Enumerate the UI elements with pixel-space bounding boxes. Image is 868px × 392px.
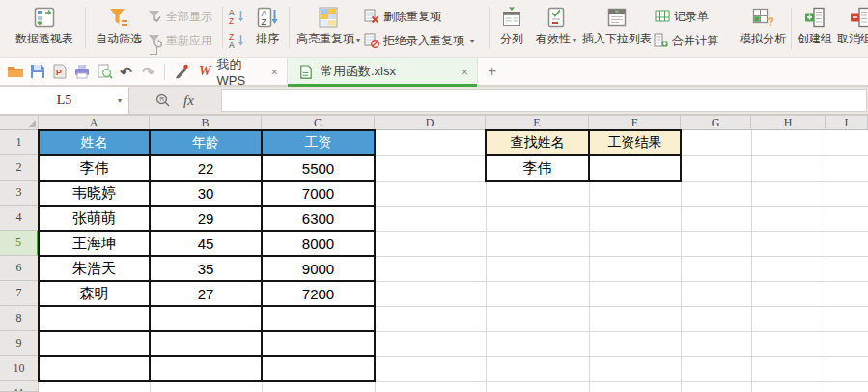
fx-icon[interactable]: fx (183, 93, 194, 109)
text-to-columns-button[interactable]: 分列 (492, 3, 531, 55)
close-tab-icon[interactable]: × (461, 65, 468, 79)
sort-descending-button[interactable]: ZA (228, 30, 245, 51)
pivot-table-button[interactable]: 数据透视表 (6, 3, 83, 55)
column-header-G[interactable]: G (681, 116, 751, 130)
sheet-grid: ABCDEFGHI1234567891011姓名年龄工资李伟225500韦晓婷3… (0, 116, 868, 392)
insert-dropdown-list-icon (605, 6, 629, 29)
row-header-9[interactable]: 9 (0, 331, 39, 356)
reject-duplicates-button[interactable]: 拒绝录入重复项▾ (364, 30, 474, 51)
tab-my-wps[interactable]: W 我的WPS × (190, 58, 288, 85)
print-preview-button[interactable] (95, 63, 113, 81)
insert-dropdown-list-button[interactable]: 插入下拉列表 (580, 3, 654, 55)
save-button[interactable] (28, 63, 46, 81)
gridline (751, 130, 752, 392)
cell-C3[interactable]: 7000 (263, 182, 374, 205)
row-header-11[interactable]: 11 (0, 381, 39, 392)
cell-B5[interactable]: 45 (151, 232, 261, 255)
record-form-button[interactable]: 记录单 (655, 6, 709, 27)
cell-F1[interactable]: 工资结果 (590, 131, 680, 154)
show-all-button[interactable]: 全部显示 (147, 6, 212, 27)
cell-C10[interactable] (263, 357, 374, 380)
column-header-F[interactable]: F (589, 116, 681, 130)
create-group-button[interactable]: 创建组 (794, 3, 836, 55)
cell-B6[interactable]: 35 (151, 257, 261, 280)
delete-duplicates-icon (364, 9, 379, 24)
name-box-dropdown-icon[interactable]: ▾ (118, 97, 122, 105)
consolidate-button[interactable]: 合并计算 (653, 30, 718, 51)
cell-A6[interactable]: 朱浩天 (40, 257, 149, 280)
row-header-10[interactable]: 10 (0, 356, 39, 381)
cell-B1[interactable]: 年龄 (151, 131, 261, 154)
ungroup-button[interactable]: 取消组合 (836, 3, 868, 55)
cell-A7[interactable]: 森明 (40, 282, 149, 305)
open-file-button[interactable] (6, 63, 24, 81)
cell-A10[interactable] (40, 357, 149, 380)
column-header-B[interactable]: B (150, 116, 262, 130)
export-pdf-button[interactable]: P (50, 63, 69, 81)
cell-A3[interactable]: 韦晓婷 (40, 182, 149, 205)
sort-ascending-button[interactable]: AZ (228, 6, 245, 27)
cell-A4[interactable]: 张萌萌 (40, 207, 149, 230)
validation-button[interactable]: 有效性▾ (532, 3, 580, 55)
row-header-3[interactable]: 3 (0, 181, 39, 206)
row-header-6[interactable]: 6 (0, 256, 39, 281)
row-header-8[interactable]: 8 (0, 306, 39, 331)
cell-C6[interactable]: 9000 (263, 257, 374, 280)
column-header-A[interactable]: A (39, 116, 150, 130)
customize-toolbar-button[interactable] (172, 63, 190, 81)
cell-B4[interactable]: 29 (151, 207, 261, 230)
row-header-1[interactable]: 1 (0, 130, 39, 155)
cell-E1[interactable]: 查找姓名 (487, 131, 588, 154)
cell-A5[interactable]: 王海坤 (40, 232, 149, 255)
formula-input[interactable] (221, 89, 867, 112)
cell-C9[interactable] (263, 332, 374, 355)
what-if-analysis-button[interactable]: ?模拟分析 (737, 3, 789, 55)
highlight-duplicates-button[interactable]: 高亮重复项▾ (293, 3, 364, 55)
search-icon[interactable]: R (154, 92, 172, 109)
select-all-corner[interactable] (0, 116, 39, 130)
row-header-5[interactable]: 5 (0, 231, 39, 256)
cell-C1[interactable]: 工资 (263, 131, 374, 154)
close-tab-icon[interactable]: × (270, 65, 278, 79)
cell-C5[interactable]: 8000 (263, 232, 374, 255)
delete-duplicates-button[interactable]: 删除重复项 (364, 6, 441, 27)
cell-B2[interactable]: 22 (151, 156, 261, 180)
sort-button[interactable]: AZ排序 (247, 3, 288, 55)
row-header-4[interactable]: 4 (0, 206, 39, 231)
redo-button[interactable]: ↷ (139, 63, 157, 81)
row-header-2[interactable]: 2 (0, 155, 39, 181)
ungroup-icon (849, 6, 868, 29)
cell-C7[interactable]: 7200 (263, 282, 374, 305)
cell-A1[interactable]: 姓名 (40, 131, 149, 154)
auto-filter-button[interactable]: 自动筛选 (91, 3, 147, 55)
column-header-H[interactable]: H (751, 116, 826, 130)
sort-descending-icon: ZA (228, 32, 245, 49)
highlight-duplicates-icon (317, 6, 340, 29)
cell-A8[interactable] (40, 307, 149, 330)
column-header-D[interactable]: D (375, 116, 486, 130)
reapply-button[interactable]: 重新应用 (147, 30, 212, 51)
column-header-I[interactable]: I (826, 116, 868, 130)
column-header-C[interactable]: C (262, 116, 375, 130)
print-button[interactable] (72, 63, 91, 81)
svg-text:A: A (229, 41, 235, 49)
cell-B3[interactable]: 30 (151, 182, 261, 205)
cell-B9[interactable] (151, 332, 261, 355)
cell-A2[interactable]: 李伟 (40, 156, 149, 180)
cell-E2[interactable]: 李伟 (487, 156, 588, 180)
cell-F2[interactable] (590, 156, 680, 180)
cell-B8[interactable] (151, 307, 261, 330)
cell-B10[interactable] (151, 357, 261, 380)
cell-B7[interactable]: 27 (151, 282, 261, 305)
name-box[interactable]: L5 ▾ (0, 87, 129, 114)
cell-C4[interactable]: 6300 (263, 207, 374, 230)
cell-A9[interactable] (40, 332, 149, 355)
row-header-7[interactable]: 7 (0, 281, 39, 306)
cell-C8[interactable] (263, 307, 374, 330)
undo-button[interactable]: ↶ (117, 63, 135, 81)
new-tab-button[interactable]: + (478, 58, 506, 85)
reapply-icon (147, 33, 162, 48)
cell-C2[interactable]: 5500 (263, 156, 374, 180)
column-header-E[interactable]: E (486, 116, 589, 130)
tab-document[interactable]: 常用函数.xlsx × (288, 58, 478, 85)
